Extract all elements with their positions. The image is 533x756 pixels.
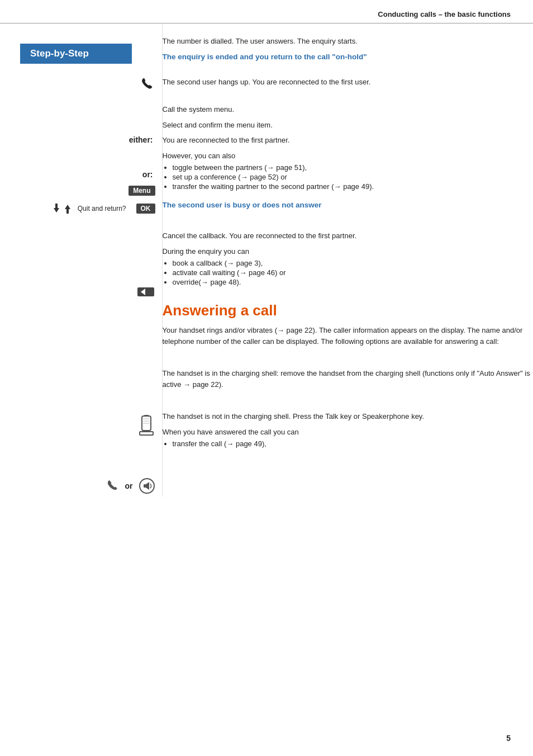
list-item: toggle between the partners (→ page 51), — [173, 163, 534, 172]
header-title: Conducting calls – the basic functions — [378, 10, 511, 18]
quit-label: Quit and return? — [78, 205, 126, 212]
cancel-desc: Cancel the callback. You are reconnected… — [163, 230, 534, 242]
during-desc: During the enquiry you can — [163, 246, 534, 257]
talk-icon — [106, 479, 121, 493]
phone-icon-row — [0, 74, 162, 94]
menu-button[interactable]: Menu — [129, 186, 155, 196]
however-desc: However, you can also — [163, 150, 534, 162]
talk-speaker-row: or — [0, 475, 162, 497]
svg-marker-0 — [54, 208, 59, 212]
list-item: set up a conference (→ page 52) or — [173, 173, 534, 181]
list-item: book a callback (→ page 3), — [173, 259, 534, 267]
talk-desc: The handset is not in the charging shell… — [163, 411, 534, 422]
either-desc: The second user hangs up. You are reconn… — [163, 77, 534, 88]
list-item: activate call waiting (→ page 46) or — [173, 268, 534, 277]
menu-btn-row: Menu — [0, 183, 162, 198]
cancel-back-icon — [136, 284, 155, 300]
intro-desc: Your handset rings and/or vibrates (→ pa… — [163, 325, 534, 347]
speakerphone-icon — [139, 478, 155, 494]
list-item: transfer the call (→ page 49), — [173, 440, 534, 448]
when-desc: When you have answered the call you can — [163, 427, 534, 438]
menu-desc: Call the system menu. — [163, 104, 534, 115]
right-column: The number is dialled. The user answers.… — [162, 23, 533, 497]
step-by-step-label: Step-by-Step — [20, 44, 132, 64]
spacer-2 — [0, 147, 162, 168]
charging-icon — [137, 415, 155, 436]
nav-ok-row: Quit and return? OK — [0, 201, 162, 216]
or-label-row: or: — [0, 168, 162, 181]
list-item: transfer the waiting partner to the seco… — [173, 182, 534, 191]
svg-marker-17 — [146, 482, 149, 490]
svg-rect-9 — [143, 420, 150, 422]
phone-desc: The number is dialled. The user answers.… — [163, 36, 534, 47]
list-item: override(→ page 48). — [173, 278, 534, 286]
svg-rect-7 — [144, 415, 149, 417]
svg-rect-16 — [144, 484, 146, 488]
bullets-1: toggle between the partners (→ page 51),… — [173, 163, 534, 191]
spacer-4 — [0, 302, 162, 408]
svg-rect-1 — [55, 204, 58, 208]
ok-button[interactable]: OK — [136, 204, 155, 214]
or-talk-speaker-label: or — [125, 481, 133, 490]
section-heading-1: The enquiry is ended and you return to t… — [163, 53, 534, 61]
bullets-3: transfer the call (→ page 49), — [173, 440, 534, 448]
spacer-3 — [0, 216, 162, 277]
page-header: Conducting calls – the basic functions — [0, 0, 533, 23]
svg-rect-4 — [137, 287, 154, 296]
select-desc: Select and confirm the menu item. — [163, 120, 534, 131]
bullets-2: book a callback (→ page 3), activate cal… — [173, 259, 534, 286]
svg-marker-2 — [65, 205, 70, 209]
reconnect-desc: You are reconnected to the first partner… — [163, 135, 534, 146]
page: Conducting calls – the basic functions S… — [0, 0, 533, 756]
svg-rect-10 — [143, 423, 150, 424]
svg-rect-3 — [66, 209, 69, 214]
main-heading: Answering a call — [163, 302, 534, 319]
either-label: either: — [129, 135, 153, 144]
or-label: or: — [142, 170, 153, 179]
nav-arrows — [52, 204, 72, 214]
main-layout: Step-by-Step either: — [0, 23, 533, 497]
page-number: 5 — [506, 734, 511, 743]
spacer-1 — [0, 94, 162, 133]
spacer-5 — [0, 438, 162, 472]
charging-desc: The handset is in the charging shell: re… — [163, 368, 534, 390]
svg-rect-8 — [143, 418, 150, 419]
left-column: Step-by-Step either: — [0, 23, 162, 497]
cancel-icon-row — [0, 282, 162, 302]
charging-icon-row — [0, 413, 162, 438]
phone-icon — [140, 76, 155, 92]
section-heading-2: The second user is busy or does not answ… — [163, 201, 534, 209]
step-by-step-header-container: Step-by-Step — [10, 34, 162, 64]
either-label-row: either: — [0, 133, 162, 147]
